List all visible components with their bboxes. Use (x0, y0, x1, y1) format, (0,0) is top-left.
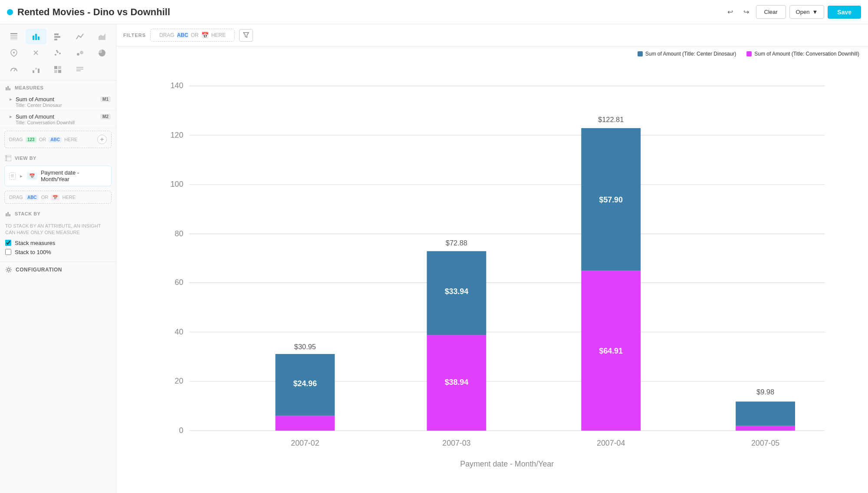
svg-text:$33.94: $33.94 (445, 287, 468, 296)
svg-rect-23 (54, 66, 57, 69)
measure-sub-1: Title: Center Dinosaur (16, 103, 111, 108)
svg-rect-4 (33, 36, 34, 40)
measures-label: MEASURES (15, 85, 43, 90)
measure-sub-2: Title: Conversation Downhill (16, 120, 111, 125)
viz-scatter2-button[interactable] (47, 45, 69, 61)
filters-label: FILTERS (123, 33, 146, 38)
main-layout: ✕ (0, 24, 868, 493)
viz-line-button[interactable] (69, 29, 91, 44)
svg-rect-8 (54, 36, 60, 38)
viz-area-button[interactable] (91, 29, 112, 44)
svg-rect-21 (35, 68, 37, 69)
viz-text-button[interactable] (69, 62, 91, 77)
viz-waterfall-button[interactable] (26, 62, 47, 77)
drag-text-viewby: DRAG ABC OR 📅 HERE (9, 195, 76, 200)
viz-scatter-button[interactable]: ✕ (26, 45, 47, 61)
chart-svg-container: 0 20 40 60 80 100 120 140 $24.96 $30.95 (125, 62, 859, 478)
stack-measures-row: Stack measures (5, 240, 111, 246)
viz-bubble-button[interactable] (69, 45, 91, 61)
stack-100-label: Stack to 100% (15, 249, 51, 255)
svg-text:$24.96: $24.96 (293, 379, 317, 388)
header-left: Rented Movies - Dino vs Downhill (7, 7, 170, 18)
bar-chart: 0 20 40 60 80 100 120 140 $24.96 $30.95 (125, 62, 859, 478)
svg-rect-1 (10, 35, 17, 36)
bar-2007-05-downhill (736, 426, 795, 431)
measure-item-1[interactable]: ► Sum of Amount M1 Title: Center Dinosau… (0, 93, 116, 111)
viz-pivot-button[interactable] (47, 62, 69, 77)
measure-name-1: Sum of Amount (16, 96, 54, 103)
svg-text:2007-05: 2007-05 (751, 439, 779, 447)
viz-gauge-button[interactable] (3, 62, 25, 77)
svg-rect-3 (10, 40, 17, 40)
viz-type-grid: ✕ (0, 24, 116, 80)
viz-pie-button[interactable] (91, 45, 112, 61)
legend-item-dinosaur: Sum of Amount (Title: Center Dinosaur) (638, 51, 736, 57)
view-by-value: Payment date - Month/Year (41, 169, 107, 182)
svg-rect-30 (6, 87, 7, 90)
svg-marker-40 (243, 33, 249, 37)
svg-rect-33 (5, 155, 11, 161)
clear-button[interactable]: Clear (756, 5, 786, 19)
page-title: Rented Movies - Dino vs Downhill (17, 7, 170, 18)
tag-abc-view: ABC (26, 195, 39, 200)
stack-100-row: Stack to 100% (5, 249, 111, 255)
measure-chevron-2: ► (9, 114, 13, 119)
measure-badge-1: M1 (100, 96, 111, 102)
viz-bar-button[interactable] (26, 29, 47, 44)
svg-text:2007-02: 2007-02 (291, 439, 319, 447)
add-measure-button[interactable]: + (97, 135, 107, 144)
svg-rect-6 (38, 36, 39, 40)
save-button[interactable]: Save (828, 6, 861, 19)
svg-text:$64.91: $64.91 (599, 347, 623, 355)
stack-section: TO STACK BY AN ATTRIBUTE, AN INSIGHT CAN… (0, 219, 116, 261)
open-button[interactable]: Open ▼ (789, 5, 825, 19)
svg-text:60: 60 (175, 278, 184, 287)
svg-text:100: 100 (171, 180, 184, 189)
stack-measures-checkbox[interactable] (5, 240, 11, 246)
view-by-item[interactable]: ⠿ ► 📅 Payment date - Month/Year (4, 165, 112, 186)
configuration-section[interactable]: CONFIGURATION (0, 261, 116, 278)
svg-text:0: 0 (179, 426, 183, 435)
stack-100-checkbox[interactable] (5, 249, 11, 255)
legend-dot-dinosaur (638, 51, 643, 56)
redo-button[interactable]: ↪ (740, 5, 753, 19)
svg-rect-37 (7, 212, 9, 216)
status-dot (7, 9, 13, 15)
stack-measures-label: Stack measures (15, 240, 55, 246)
filter-options-button[interactable] (239, 29, 253, 42)
filter-cal-icon: 📅 (201, 32, 209, 39)
svg-rect-25 (54, 70, 57, 73)
svg-marker-10 (99, 33, 105, 40)
svg-point-13 (55, 54, 56, 56)
legend-label-dinosaur: Sum of Amount (Title: Center Dinosaur) (645, 51, 736, 57)
configuration-label: CONFIGURATION (16, 267, 62, 273)
svg-text:120: 120 (171, 131, 184, 139)
viz-hbar-button[interactable] (47, 29, 69, 44)
bar-2007-02-downhill (275, 416, 335, 430)
drag-measures-zone: DRAG 123 OR ABC HERE + (4, 131, 112, 148)
drag-text-filter: DRAG (159, 32, 174, 38)
svg-text:40: 40 (175, 328, 184, 336)
measure-item-2[interactable]: ► Sum of Amount M2 Title: Conversation D… (0, 111, 116, 128)
drag-viewby-zone: DRAG ABC OR 📅 HERE (4, 191, 112, 204)
svg-text:$72.88: $72.88 (446, 239, 467, 247)
svg-point-17 (77, 53, 79, 56)
stack-note: TO STACK BY AN ATTRIBUTE, AN INSIGHT CAN… (5, 223, 111, 236)
svg-point-39 (7, 268, 10, 271)
svg-text:✕: ✕ (33, 49, 39, 57)
svg-point-16 (56, 50, 58, 52)
svg-rect-9 (54, 39, 57, 40)
svg-rect-2 (10, 37, 17, 39)
drag-handle-icon: ⠿ (9, 172, 16, 180)
viz-table-button[interactable] (3, 29, 25, 44)
svg-rect-7 (54, 33, 59, 35)
chart-legend: Sum of Amount (Title: Center Dinosaur) S… (125, 51, 859, 57)
svg-rect-38 (9, 214, 10, 216)
svg-text:Payment date - Month/Year: Payment date - Month/Year (460, 460, 554, 468)
legend-label-downhill: Sum of Amount (Title: Conversation Downh… (754, 51, 859, 57)
chart-area: Sum of Amount (Title: Center Dinosaur) S… (116, 46, 868, 493)
viz-map-button[interactable] (3, 45, 25, 61)
calendar-icon: 📅 (27, 172, 37, 180)
tag-cal-view: 📅 (51, 195, 59, 200)
undo-button[interactable]: ↩ (724, 5, 736, 19)
